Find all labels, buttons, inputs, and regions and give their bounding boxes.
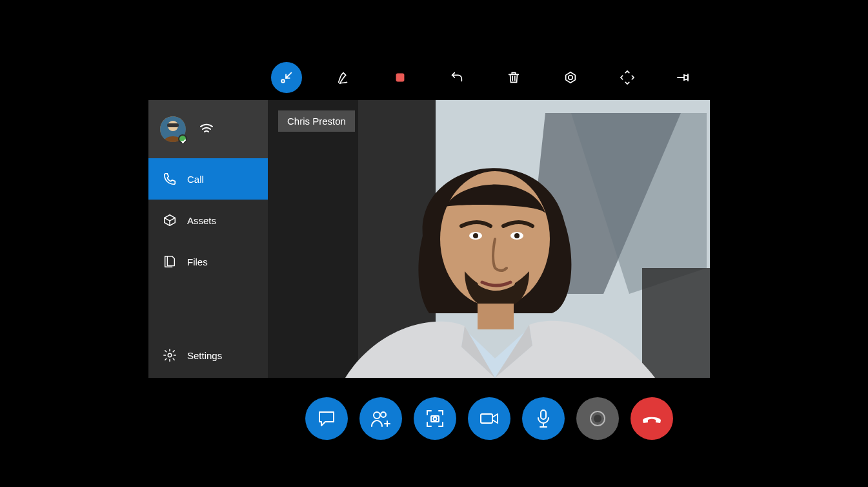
svg-rect-18 — [642, 268, 710, 378]
delete-icon — [507, 70, 521, 85]
svg-rect-24 — [478, 304, 514, 329]
mic-toggle-button[interactable] — [522, 397, 565, 440]
minimize-to-corner-icon — [279, 70, 294, 85]
chat-icon — [317, 409, 336, 428]
record-button[interactable] — [576, 397, 619, 440]
call-controls-dock — [148, 378, 710, 440]
participant-name-label: Chris Preston — [278, 110, 355, 132]
svg-point-1 — [281, 79, 285, 83]
hangup-button[interactable] — [631, 397, 673, 440]
sidebar-item-settings[interactable]: Settings — [148, 333, 268, 378]
chat-button[interactable] — [305, 397, 348, 440]
top-toolbar — [148, 55, 710, 100]
video-icon — [479, 411, 500, 426]
avatar[interactable] — [160, 116, 186, 142]
pen-icon — [336, 70, 350, 85]
expand-icon — [620, 70, 634, 85]
main-content: Call Assets Files — [148, 100, 710, 378]
aperture-icon — [563, 70, 578, 85]
svg-point-6 — [569, 76, 572, 79]
assets-icon — [163, 213, 177, 227]
sidebar-item-label: Files — [187, 256, 208, 267]
svg-rect-11 — [167, 123, 179, 127]
sidebar: Call Assets Files — [148, 100, 268, 378]
svg-point-12 — [168, 353, 172, 357]
phone-icon — [163, 172, 177, 186]
record-icon — [589, 409, 607, 428]
pin-button[interactable] — [669, 62, 700, 93]
expand-button[interactable] — [612, 62, 643, 93]
sidebar-item-label: Settings — [187, 350, 222, 361]
participant-video-placeholder — [268, 100, 710, 378]
svg-rect-31 — [481, 414, 492, 423]
gear-icon — [163, 348, 177, 362]
hangup-icon — [641, 412, 663, 425]
svg-point-22 — [473, 233, 478, 238]
files-icon — [163, 254, 177, 269]
minimize-to-corner-button[interactable] — [271, 62, 302, 93]
svg-line-0 — [286, 73, 291, 78]
signal-strength-icon — [199, 121, 214, 137]
svg-rect-32 — [541, 410, 546, 419]
add-people-icon — [370, 409, 391, 428]
svg-point-30 — [433, 417, 436, 420]
video-feed: Chris Preston — [268, 100, 710, 378]
stop-record-button[interactable] — [385, 62, 416, 93]
sidebar-item-call[interactable]: Call — [148, 158, 268, 200]
profile-header — [148, 100, 268, 158]
svg-point-36 — [594, 415, 601, 422]
mic-icon — [536, 409, 551, 428]
video-call-window: Call Assets Files — [148, 55, 710, 440]
add-participant-button[interactable] — [359, 397, 402, 440]
capture-icon — [425, 409, 445, 428]
presence-available-icon — [178, 134, 187, 143]
sidebar-item-label: Call — [187, 174, 204, 185]
undo-button[interactable] — [441, 62, 472, 93]
sidebar-item-label: Assets — [187, 215, 216, 226]
undo-icon — [450, 70, 464, 85]
snapshot-button[interactable] — [414, 397, 456, 440]
svg-point-26 — [381, 412, 386, 417]
sidebar-item-assets[interactable]: Assets — [148, 200, 268, 241]
sidebar-item-files[interactable]: Files — [148, 241, 268, 282]
video-toggle-button[interactable] — [468, 397, 510, 440]
annotate-button[interactable] — [328, 62, 359, 93]
svg-marker-5 — [566, 72, 576, 83]
delete-button[interactable] — [498, 62, 529, 93]
svg-point-23 — [514, 233, 520, 238]
svg-point-25 — [374, 412, 380, 419]
pin-icon — [676, 71, 692, 84]
svg-rect-2 — [396, 74, 405, 82]
aperture-button[interactable] — [555, 62, 586, 93]
record-stop-icon — [393, 70, 407, 85]
participant-name: Chris Preston — [287, 116, 346, 127]
